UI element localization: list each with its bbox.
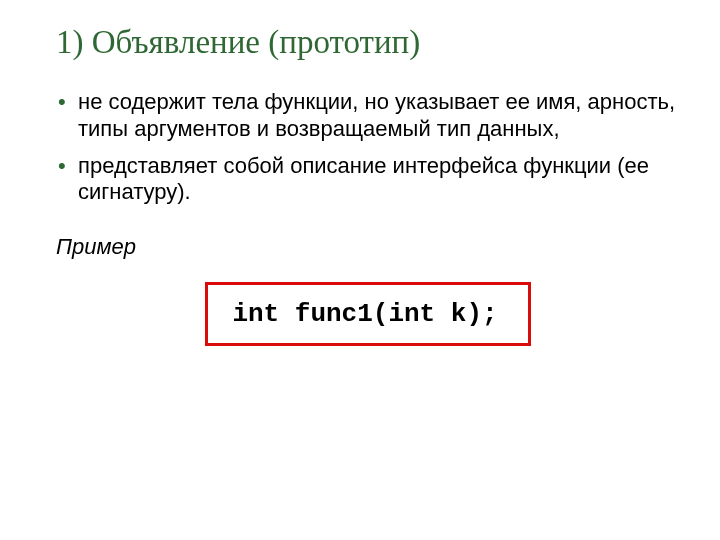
bullet-item: представляет собой описание интерфейса ф… <box>56 153 680 207</box>
slide: 1) Объявление (прототип) не содержит тел… <box>0 0 720 540</box>
bullet-list: не содержит тела функции, но указывает е… <box>56 89 680 206</box>
code-example: int func1(int k); <box>205 282 530 346</box>
slide-title: 1) Объявление (прототип) <box>56 24 680 61</box>
example-label: Пример <box>56 234 680 260</box>
code-box-container: int func1(int k); <box>56 282 680 346</box>
bullet-item: не содержит тела функции, но указывает е… <box>56 89 680 143</box>
